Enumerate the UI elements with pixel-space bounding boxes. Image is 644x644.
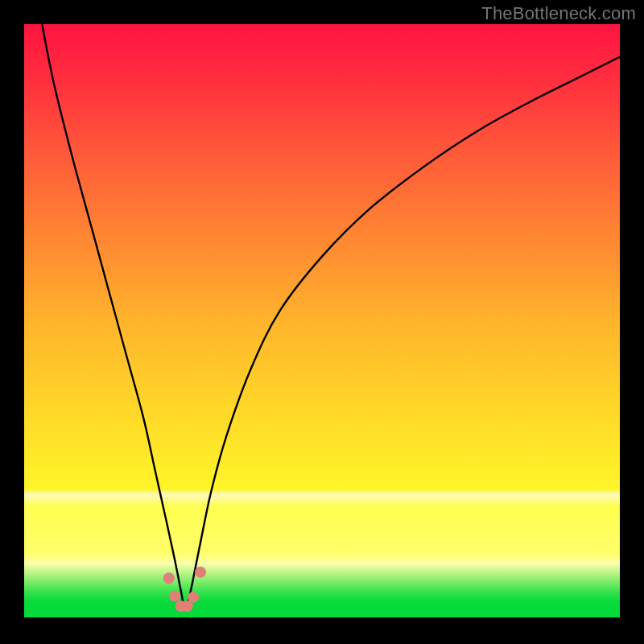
chart-container: TheBottleneck.com [0, 0, 644, 644]
plot-area [24, 24, 620, 620]
svg-rect-1 [24, 617, 620, 620]
watermark-text: TheBottleneck.com [481, 3, 636, 24]
frame-layer [24, 24, 620, 620]
